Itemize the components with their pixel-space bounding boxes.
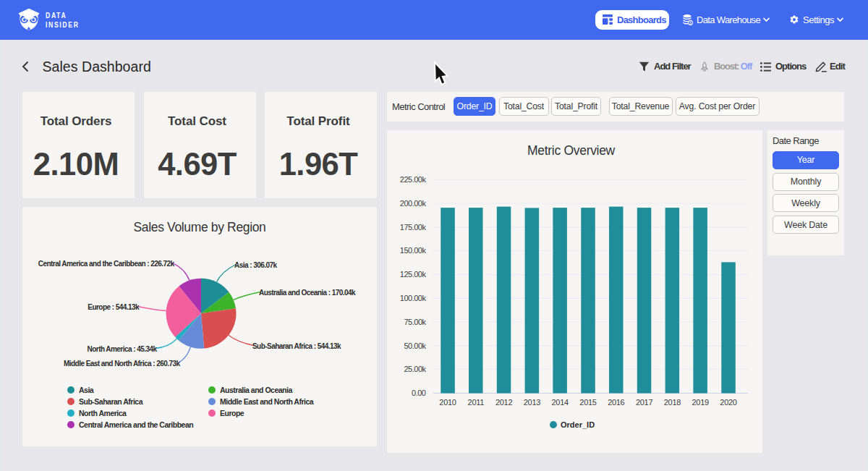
svg-text:2011: 2011: [468, 398, 485, 407]
svg-text:2014: 2014: [552, 398, 569, 407]
svg-text:0.00: 0.00: [412, 389, 426, 397]
svg-text:150.00k: 150.00k: [400, 246, 427, 255]
svg-text:2010: 2010: [439, 398, 456, 407]
svg-text:Asia : 306.07k: Asia : 306.07k: [234, 261, 277, 269]
svg-text:North America : 45.34k: North America : 45.34k: [88, 345, 158, 353]
svg-text:Middle East and North Africa: Middle East and North Africa: [220, 396, 314, 405]
svg-text:Order_ID: Order_ID: [561, 420, 595, 429]
svg-text:2012: 2012: [495, 398, 512, 407]
svg-text:100.00k: 100.00k: [400, 294, 427, 302]
svg-text:Sub-Saharan Africa : 544.13k: Sub-Saharan Africa : 544.13k: [252, 342, 341, 350]
svg-text:Australia and Oceania : 170.04: Australia and Oceania : 170.04k: [259, 289, 356, 297]
svg-text:175.00k: 175.00k: [400, 223, 427, 232]
svg-text:Sub-Saharan Africa: Sub-Saharan Africa: [79, 396, 143, 405]
svg-text:2017: 2017: [636, 398, 652, 407]
svg-text:Middle East and North Africa :: Middle East and North Africa : 260.73k: [64, 360, 180, 368]
svg-text:Europe: Europe: [220, 408, 244, 417]
svg-text:225.00k: 225.00k: [400, 175, 427, 184]
svg-text:2013: 2013: [524, 398, 540, 407]
svg-text:2015: 2015: [579, 398, 596, 407]
svg-text:75.00k: 75.00k: [404, 318, 426, 326]
svg-text:25.00k: 25.00k: [404, 365, 426, 373]
svg-text:200.00k: 200.00k: [400, 199, 427, 208]
svg-text:Central America and the Caribb: Central America and the Caribbean: [79, 420, 193, 428]
svg-text:2020: 2020: [720, 398, 736, 407]
svg-text:Central America and the Caribb: Central America and the Caribbean : 226.…: [38, 260, 175, 268]
svg-text:125.00k: 125.00k: [400, 270, 427, 279]
svg-text:2016: 2016: [608, 398, 624, 407]
svg-text:Australia and Oceania: Australia and Oceania: [220, 385, 292, 394]
svg-text:2018: 2018: [664, 398, 681, 407]
svg-text:North America: North America: [79, 408, 127, 417]
svg-text:Europe : 544.13k: Europe : 544.13k: [88, 303, 140, 311]
svg-text:2019: 2019: [692, 398, 709, 407]
svg-text:Asia: Asia: [79, 385, 94, 394]
svg-text:50.00k: 50.00k: [404, 341, 426, 350]
